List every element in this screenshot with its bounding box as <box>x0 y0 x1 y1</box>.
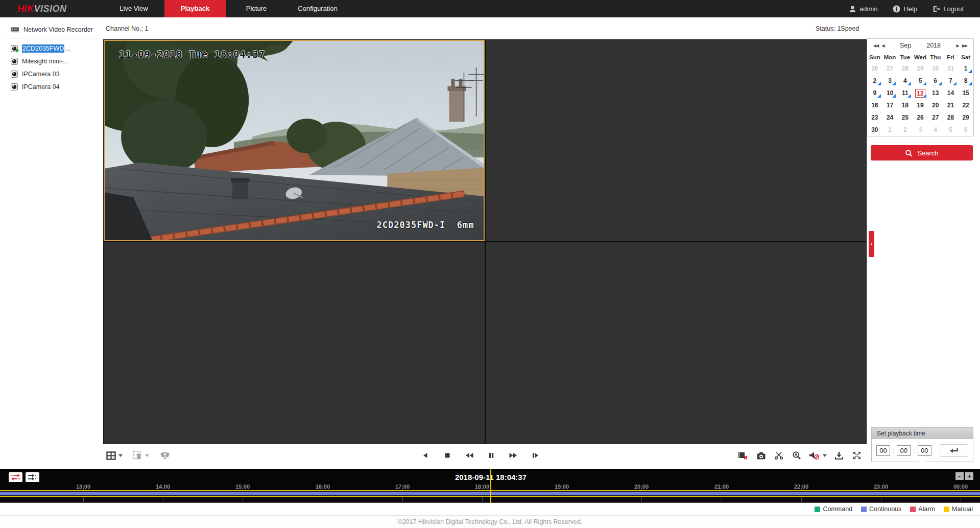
fullscreen-button[interactable] <box>851 449 863 462</box>
calendar-day[interactable]: 20 <box>928 99 943 111</box>
tab-configuration[interactable]: Configuration <box>287 0 348 17</box>
calendar-day[interactable]: 4 <box>928 124 943 136</box>
slow-down-button[interactable] <box>464 449 475 462</box>
speed-up-button[interactable] <box>508 449 519 462</box>
calendar-day[interactable]: 2 <box>897 124 913 136</box>
user-menu[interactable]: admin <box>849 5 877 13</box>
calendar-day-number: 17 <box>885 101 895 110</box>
calendar-day[interactable]: 3 <box>913 124 928 136</box>
calendar-day[interactable]: 18 <box>897 99 913 111</box>
reverse-play-button[interactable] <box>420 449 431 462</box>
clip-button[interactable] <box>773 449 784 462</box>
camera-item[interactable]: Milesight mini-... <box>0 55 103 67</box>
help-button[interactable]: Help <box>893 5 917 13</box>
audio-muted-button[interactable] <box>809 449 827 462</box>
calendar-day[interactable]: 21 <box>943 99 959 111</box>
download-button[interactable] <box>833 449 845 462</box>
calendar-day-number: 1 <box>885 126 895 134</box>
calendar-month[interactable]: Sep <box>900 42 911 49</box>
calendar-next-month-button[interactable]: ▶ <box>955 43 961 48</box>
calendar-day[interactable]: 14 <box>943 87 959 99</box>
calendar-next-year-button[interactable]: ▶▶ <box>961 43 969 48</box>
timeline-tick <box>402 488 403 490</box>
smart-search-clear-button[interactable] <box>133 449 149 462</box>
calendar-day[interactable]: 1 <box>882 124 898 136</box>
calendar-header: ◀◀ ◀ Sep 2018 ▶ ▶▶ <box>867 39 973 52</box>
frame-step-button[interactable] <box>530 449 541 462</box>
calendar-day[interactable]: 11 <box>897 87 913 99</box>
digital-zoom-button[interactable] <box>791 449 802 462</box>
forward-play-mode-button[interactable] <box>26 472 39 482</box>
calendar-day[interactable]: 7 <box>943 75 959 87</box>
pause-button[interactable] <box>486 449 497 462</box>
tab-picture[interactable]: Picture <box>226 0 287 17</box>
calendar-day[interactable]: 30 <box>928 62 943 75</box>
calendar-day[interactable]: 28 <box>943 111 959 124</box>
calendar-day[interactable]: 31 <box>943 62 959 75</box>
calendar-day[interactable]: 2 <box>867 75 882 87</box>
calendar-day[interactable]: 27 <box>928 111 943 124</box>
calendar-day[interactable]: 17 <box>882 99 898 111</box>
logout-button[interactable]: Logout <box>933 5 964 13</box>
window-division-button[interactable] <box>106 449 123 462</box>
calendar-day[interactable]: 12 <box>913 87 928 99</box>
calendar-year[interactable]: 2018 <box>926 42 941 49</box>
stop-button[interactable] <box>442 449 453 462</box>
capture-button[interactable] <box>755 449 767 462</box>
calendar-day[interactable]: 24 <box>882 111 898 124</box>
calendar-day[interactable]: 5 <box>913 75 928 87</box>
playhead[interactable] <box>490 469 491 503</box>
device-root-item[interactable]: Network Video Recorder <box>10 26 103 33</box>
collapse-panel-button[interactable]: › <box>869 231 874 257</box>
camera-item[interactable]: 2CD2035FWD... <box>0 42 103 55</box>
enter-icon <box>949 447 959 454</box>
playback-hour-input[interactable] <box>876 445 890 456</box>
calendar-day[interactable]: 10 <box>882 87 898 99</box>
playback-second-input[interactable] <box>918 445 931 456</box>
video-tile-4[interactable] <box>486 242 867 444</box>
calendar-prev-month-button[interactable]: ◀ <box>880 43 886 48</box>
calendar-day[interactable]: 26 <box>867 62 882 75</box>
calendar-day[interactable]: 9 <box>867 87 882 99</box>
calendar-day[interactable]: 29 <box>913 62 928 75</box>
calendar-day[interactable]: 28 <box>897 62 913 75</box>
calendar-day[interactable]: 16 <box>867 99 882 111</box>
calendar-day[interactable]: 19 <box>913 99 928 111</box>
camera-item[interactable]: IPCamera 03 <box>0 67 103 80</box>
go-to-time-button[interactable] <box>940 444 968 457</box>
camera-item[interactable]: IPCamera 04 <box>0 80 103 93</box>
recording-day-marker <box>877 94 881 98</box>
calendar-day[interactable]: 3 <box>882 75 898 87</box>
calendar-day[interactable]: 13 <box>928 87 943 99</box>
video-tile-2[interactable] <box>486 40 867 241</box>
timeline-zoom-in-button[interactable]: + <box>965 472 973 480</box>
timeline[interactable]: 2018-09-11 18:04:37 13:0014:0015:0016:00… <box>0 469 980 503</box>
calendar-day[interactable]: 26 <box>913 111 928 124</box>
calendar-day[interactable]: 23 <box>867 111 882 124</box>
timeline-zoom-out-button[interactable]: - <box>955 472 964 480</box>
calendar-day[interactable]: 5 <box>943 124 959 136</box>
calendar-day[interactable]: 6 <box>958 124 973 136</box>
search-button[interactable]: Search <box>871 145 973 160</box>
video-tile-3[interactable] <box>104 242 485 444</box>
tab-live-view[interactable]: Live View <box>103 0 164 17</box>
video-tile-1[interactable]: 11-09-2018 Tue 18:04:37 2CD2035FWD-I 6mm <box>104 40 485 241</box>
device-root-label: Network Video Recorder <box>23 26 93 33</box>
stop-all-button[interactable] <box>737 449 749 462</box>
calendar-day[interactable]: 6 <box>928 75 943 87</box>
calendar-day[interactable]: 15 <box>958 87 973 99</box>
calendar-day[interactable]: 8 <box>958 75 973 87</box>
tab-playback[interactable]: Playback <box>164 0 226 17</box>
calendar-day[interactable]: 29 <box>958 111 973 124</box>
calendar-day[interactable]: 4 <box>897 75 913 87</box>
calendar-day[interactable]: 27 <box>882 62 898 75</box>
help-label: Help <box>903 5 917 13</box>
calendar-day[interactable]: 25 <box>897 111 913 124</box>
calendar-day[interactable]: 1 <box>958 62 973 75</box>
calendar-day[interactable]: 30 <box>867 124 882 136</box>
playback-minute-input[interactable] <box>897 445 911 456</box>
calendar-day[interactable]: 22 <box>958 99 973 111</box>
reverse-play-mode-button[interactable] <box>9 472 22 482</box>
calendar-prev-year-button[interactable]: ◀◀ <box>872 43 880 48</box>
fisheye-expansion-button[interactable] <box>159 449 171 462</box>
